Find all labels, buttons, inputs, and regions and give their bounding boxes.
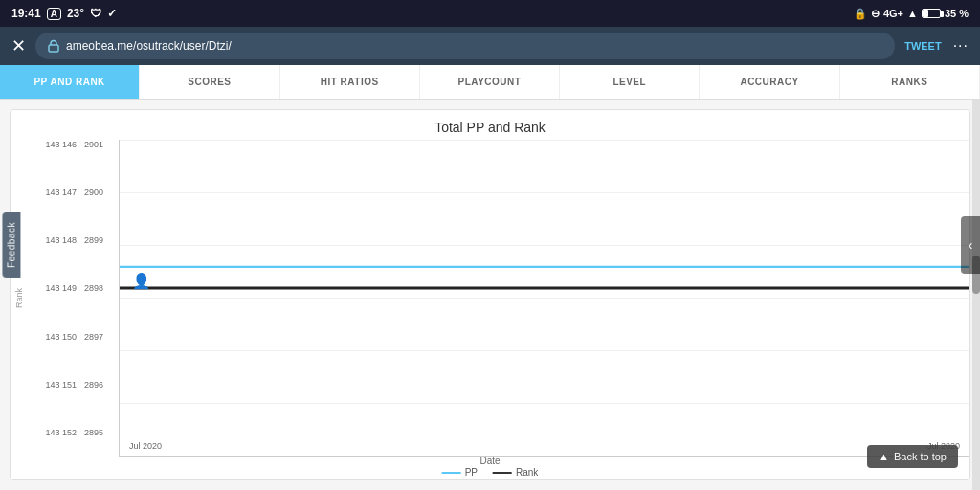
y-axis-pp: 143 146 143 147 143 148 143 149 143 150 … [28, 140, 80, 457]
close-tab-button[interactable]: ✕ [11, 35, 26, 56]
rank-label-4: 2897 [84, 332, 115, 342]
legend-pp: PP [442, 467, 478, 478]
pp-label-4: 143 150 [35, 332, 77, 342]
lock-status-icon: 🔒 [854, 8, 867, 20]
legend-rank: Rank [493, 467, 538, 478]
url-bar: ✕ ameobea.me/osutrack/user/Dtzi/ TWEET ·… [0, 27, 980, 65]
tab-level[interactable]: LEVEL [560, 65, 700, 99]
rank-label-2: 2899 [84, 235, 115, 245]
shield-icon: 🛡 [90, 7, 101, 20]
tab-accuracy[interactable]: ACCURACY [700, 65, 839, 99]
chart-title: Total PP and Rank [11, 110, 969, 140]
date-label: Date [479, 456, 500, 466]
rank-label-1: 2900 [84, 188, 115, 197]
pp-label-3: 143 149 [35, 283, 77, 293]
pp-label-2: 143 148 [35, 235, 77, 245]
rank-label-0: 2901 [84, 140, 115, 149]
url-text[interactable]: ameobea.me/osutrack/user/Dtzi/ [66, 39, 232, 53]
back-to-top-label: Back to top [894, 451, 947, 462]
feedback-tab[interactable]: Feedback [2, 212, 20, 278]
battery-icon [922, 9, 941, 18]
tab-pp-and-rank[interactable]: PP AND RANK [0, 65, 140, 99]
tab-scores[interactable]: SCORES [140, 65, 279, 99]
pp-legend-label: PP [465, 467, 478, 478]
svg-rect-0 [49, 45, 58, 52]
check-icon: ✓ [107, 7, 117, 20]
menu-button[interactable]: ··· [953, 37, 969, 55]
signal-icon: ⊖ [871, 8, 880, 20]
pp-label-1: 143 147 [35, 188, 77, 197]
legend: PP Rank [442, 467, 539, 478]
url-actions: TWEET ··· [904, 37, 969, 55]
back-to-top-arrow: ▲ [879, 451, 889, 462]
battery-percent: 35 % [945, 8, 969, 19]
right-arrow-button[interactable]: ‹ [961, 216, 980, 274]
pp-label-0: 143 146 [35, 140, 77, 149]
back-to-top-button[interactable]: ▲ Back to top [867, 445, 958, 468]
status-bar: 19:41 A 23° 🛡 ✓ 🔒 ⊖ 4G+ ▲ 35 % [0, 0, 980, 27]
lock-icon [47, 39, 60, 53]
tab-hit-ratios[interactable]: HIT RATIOS [280, 65, 420, 99]
main-content: Total PP and Rank Rank 143 146 143 147 1… [0, 100, 980, 490]
pp-label-6: 143 152 [35, 428, 77, 437]
x-label-left: Jul 2020 [129, 441, 162, 451]
chart-area: Rank 143 146 143 147 143 148 143 149 143… [11, 140, 969, 457]
wifi-icon: ▲ [907, 8, 918, 19]
tab-playcount[interactable]: PLAYCOUNT [420, 65, 560, 99]
rank-axis-label: Rank [14, 288, 24, 308]
x-axis-labels: Jul 2020 Jul 2020 [120, 436, 969, 456]
y-axis-rank: 2901 2900 2899 2898 2897 2896 2895 [80, 140, 119, 457]
rank-label-3: 2898 [84, 283, 115, 293]
notif-icon-a: A [47, 8, 61, 20]
rank-legend-label: Rank [516, 467, 538, 478]
nav-tabs: PP AND RANK SCORES HIT RATIOS PLAYCOUNT … [0, 65, 980, 100]
svg-text:👤: 👤 [132, 272, 151, 290]
time: 19:41 [11, 7, 41, 20]
status-right: 🔒 ⊖ 4G+ ▲ 35 % [854, 8, 969, 20]
rank-label-6: 2895 [84, 428, 115, 437]
rank-label-5: 2896 [84, 380, 115, 390]
network-type: 4G+ [883, 8, 903, 19]
chart-svg: 👤 [120, 140, 969, 436]
pp-label-5: 143 151 [35, 380, 77, 390]
temperature: 23° [67, 7, 84, 20]
chart-plot: 👤 Jul 2020 Jul 2020 [119, 140, 969, 457]
rank-legend-line [493, 472, 512, 474]
tweet-button[interactable]: TWEET [904, 40, 942, 52]
scrollbar-track[interactable] [972, 100, 980, 490]
url-field[interactable]: ameobea.me/osutrack/user/Dtzi/ [35, 33, 895, 59]
chart-container: Total PP and Rank Rank 143 146 143 147 1… [10, 109, 970, 480]
status-left: 19:41 A 23° 🛡 ✓ [11, 7, 117, 20]
tab-ranks[interactable]: RANKS [840, 65, 980, 99]
pp-legend-line [442, 472, 461, 474]
